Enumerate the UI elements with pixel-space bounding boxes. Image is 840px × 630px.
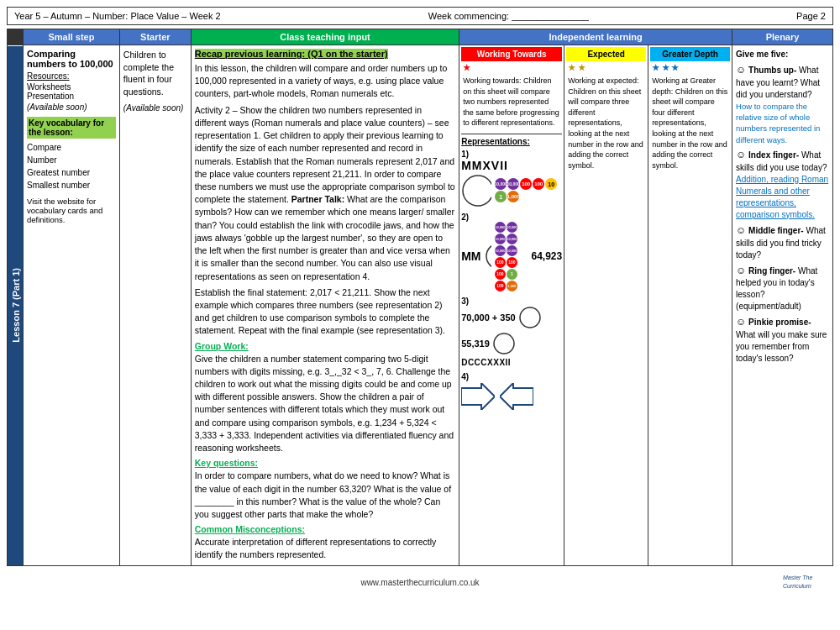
thumb-label: Thumbs up- — [748, 66, 796, 75]
vocab-number: Number — [27, 154, 116, 166]
representations-label: Representations: — [461, 137, 562, 146]
how-to-compare: How to compare the relative size of whol… — [736, 101, 829, 145]
greater-depth-cell: Greater Depth ★ ★ ★ Working at Greater d… — [648, 45, 732, 566]
working-towards-header: Working Towards — [461, 47, 562, 61]
resources-label: Resources: — [27, 71, 116, 81]
header-small-step: Small step — [24, 29, 120, 45]
starter-text: Children to complete the fluent in four … — [123, 49, 187, 98]
middle-emoji: ☺ — [736, 224, 746, 236]
header-starter: Starter — [119, 29, 191, 45]
pv-1a: 1 — [495, 191, 507, 202]
vocab-compare: Compare — [27, 141, 116, 154]
activity2-text: Activity 2 – Show the children two numbe… — [195, 104, 455, 283]
gd-header: Greater Depth — [650, 47, 730, 61]
wt-stars: ★ — [461, 61, 562, 74]
resources: Worksheets Presentation — [27, 82, 116, 101]
pinkie-text: What will you make sure you remember fro… — [736, 330, 827, 363]
svg-point-0 — [463, 176, 491, 206]
misconceptions-label: Common Misconceptions: — [195, 524, 305, 534]
pv-10000: 10,000 — [495, 178, 507, 190]
rep3-label: 3) — [461, 297, 562, 306]
misconceptions-text: Accurate interpretation of different rep… — [195, 536, 455, 561]
plenary-thumb: ☺ Thumbs up- What have you learnt? What … — [736, 63, 829, 145]
svg-point-1 — [486, 244, 491, 269]
vocab-smallest: Smallest number — [27, 179, 116, 192]
pinkie-emoji: ☺ — [736, 316, 746, 328]
main-table: Small step Starter Class teaching input … — [7, 29, 833, 566]
rep1-roman: MMXVII — [461, 159, 562, 172]
pinkie-label: Pinkie promise- — [748, 318, 811, 327]
rep2-circle — [485, 242, 491, 271]
gd-stars: ★ ★ ★ — [650, 61, 730, 74]
rep3-row: 70,000 + 350 55,319 DCCCXXXII — [461, 306, 562, 367]
expected-cell: Expected ★ ★ Working at expected: Childr… — [564, 45, 648, 566]
recap-label: Recap previous learning: (Q1 on the star… — [195, 49, 388, 59]
svg-point-2 — [520, 307, 540, 328]
vocab-list: Compare Number Greatest number Smallest … — [27, 141, 116, 192]
website-text: Visit the website for vocabulary cards a… — [27, 197, 116, 224]
lesson-col-header — [8, 29, 24, 45]
starter-cell: Children to complete the fluent in four … — [119, 45, 191, 566]
plenary-content: Give me five: ☺ Thumbs up- What have you… — [736, 49, 829, 365]
pv-10000b: 10,000 — [507, 178, 519, 190]
plenary-index: ☺ Index finger- What skills did you use … — [736, 148, 829, 221]
rep2-row: MM 10,000 10,000 10,000 10,000 10,000 — [461, 222, 562, 291]
rep3-expr: 70,000 + 350 — [461, 312, 516, 323]
rep3-roman2: DCCCXXXII — [461, 358, 511, 367]
small-step-cell: Comparing numbers to 100,000 Resources: … — [24, 45, 120, 566]
working-towards-cell: Working Towards ★ Working towards: Child… — [459, 45, 564, 566]
ex-stars: ★ ★ — [566, 61, 646, 74]
svg-marker-5 — [500, 383, 533, 410]
expected-header: Expected — [566, 47, 646, 61]
teaching-cell: Recap previous learning: (Q1 on the star… — [191, 45, 459, 566]
rep2-roman: MM — [461, 249, 480, 263]
rep1: 1) MMXVII 10,000 10,000 — [461, 150, 562, 207]
plenary-ring: ☺ Ring finger- What helped you in today'… — [736, 264, 829, 313]
group-work-text: Give the children a number statement com… — [195, 353, 455, 455]
plenary-middle: ☺ Middle finger- What skills did you fin… — [736, 223, 829, 261]
rep2-number: 64,923 — [532, 250, 563, 262]
ring-emoji: ☺ — [736, 265, 746, 276]
gd-label: Greater Depth — [653, 50, 727, 59]
key-q-label: Key questions: — [195, 458, 258, 468]
pv-10a: 10 — [545, 178, 557, 190]
wt-label: Working Towards — [464, 50, 559, 59]
svg-marker-4 — [461, 383, 495, 410]
lesson-label: Lesson 7 (Part 1) — [8, 45, 24, 566]
rep1-visuals: 10,000 10,000 100 100 10 1 1,000 — [461, 174, 562, 207]
rep3: 3) 70,000 + 350 55,319 DCCCXXXI — [461, 297, 562, 367]
rep3-circle1 — [518, 306, 542, 329]
pv-100b: 100 — [533, 178, 544, 190]
svg-point-3 — [494, 333, 514, 354]
ex-label: Expected — [569, 50, 643, 59]
group-work-label: Group Work: — [195, 341, 249, 351]
starter-available: (Available soon) — [123, 103, 187, 113]
pv-100a: 100 — [520, 178, 532, 190]
page-number: Page 2 — [796, 11, 826, 21]
header-plenary: Plenary — [732, 29, 833, 45]
logo-svg: Master The Curriculum — [783, 570, 833, 595]
pv-1000a: 1,000 — [507, 191, 519, 202]
ring-label: Ring finger- — [748, 266, 795, 276]
recap-text: In this lesson, the children will compar… — [195, 62, 455, 101]
rep3-num1: 55,319 — [461, 339, 490, 349]
lesson-title: Year 5 – Autumn – Number: Place Value – … — [14, 11, 221, 21]
header-teaching: Class teaching input — [191, 29, 459, 45]
rep4-arrows — [461, 383, 562, 410]
rep4: 4) — [461, 372, 562, 410]
header-bar: Year 5 – Autumn – Number: Place Value – … — [7, 7, 833, 25]
final-statement-text: Establish the final statement: 2,017 < 2… — [195, 286, 455, 338]
footer-website: www.masterthecurriculum.co.uk — [357, 575, 482, 591]
plenary-title: Give me five: — [736, 49, 829, 60]
rep1-circle-svg — [461, 174, 491, 207]
small-step-title: Comparing numbers to 100,000 — [27, 49, 116, 69]
key-vocab-label: Key vocabulary for the lesson: — [27, 117, 116, 139]
available-soon: (Available soon) — [27, 102, 116, 112]
plenary-pinkie: ☺ Pinkie promise- What will you make sur… — [736, 315, 829, 365]
week-commencing: Week commencing: _______________ — [428, 11, 589, 21]
vocab-greatest: Greatest number — [27, 166, 116, 179]
rep2: 2) MM 10,000 10,000 10,000 — [461, 213, 562, 291]
svg-text:Curriculum: Curriculum — [783, 583, 811, 589]
rep1-counters: 10,000 10,000 100 100 10 1 1,000 — [495, 178, 562, 202]
worksheets: Worksheets — [27, 82, 116, 92]
